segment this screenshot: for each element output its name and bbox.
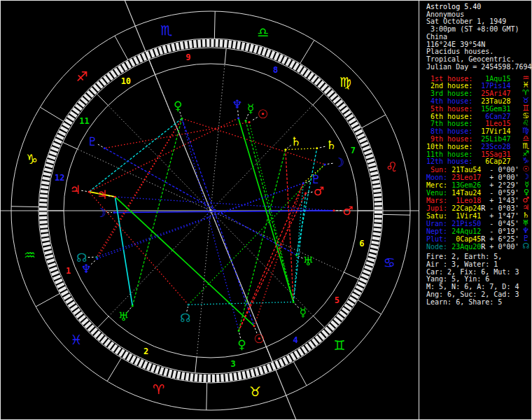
outer-pluto-icon: ♇ xyxy=(87,134,97,148)
outer-venus-icon: ♀ xyxy=(237,337,246,351)
header-line: Tropical, Geocentric. xyxy=(426,56,514,64)
house-row: 5th house: 15Gem31♊ xyxy=(426,105,530,113)
planet-row: Merc: 13Gem26 + 2°29'☿ xyxy=(426,181,530,189)
planet-row: Node: 23Aqu20R + 0°00'☊ xyxy=(426,243,530,251)
house-row: 8th house: 17Vir14♍ xyxy=(426,127,530,135)
planet-row: Satu: 1Vir41 + 1°47'♄ xyxy=(426,212,530,220)
header-line: China xyxy=(426,34,447,41)
planet-pointer-lines xyxy=(81,111,342,338)
house-row: 4th house: 23Tau28♉ xyxy=(426,97,530,105)
planet-row: Nept: 24Aqu12 - 0°19'♆ xyxy=(426,227,530,235)
inner-node-icon: ☊ xyxy=(180,311,190,325)
outer-mercury-icon: ☿ xyxy=(299,305,306,319)
house-row: 6th house: 6Can27♋ xyxy=(426,113,530,120)
planet-row: Uran: 21Pis50 - 0°45'♅ xyxy=(426,220,530,227)
chart-area: ♈♉♊♋♌♍♎♏♐♑♒♓ 123456789101112 ☉☽☿♀♂♃♄♅♆♇☊… xyxy=(1,1,419,419)
outer-jupiter-icon: ♃ xyxy=(70,183,80,197)
inner-moon-icon: ☽ xyxy=(95,206,106,220)
sagittarius-sign-icon: ♐ xyxy=(76,69,88,84)
planet-row: Plut: 0Cap45R + 6°25'♇ xyxy=(426,235,530,243)
house-row: 2nd house: 17Pis14♓ xyxy=(426,82,530,90)
inner-venus-icon: ♀ xyxy=(174,99,182,113)
house-number-11: 11 xyxy=(79,116,89,126)
leo-sign-icon: ♌ xyxy=(386,159,398,174)
outer-sun-icon: ☉ xyxy=(253,332,264,346)
cancer-sign-icon: ♋ xyxy=(384,255,396,270)
planet-row: Venu: 14Tau24 - 0°59'♀ xyxy=(426,189,530,197)
planet-row: Sun: 21Tau54 - 0°00'☉ xyxy=(426,166,530,174)
header-line: Julian Day = 2454598.7694 xyxy=(426,64,532,71)
aquarius-sign-icon: ♒ xyxy=(24,247,36,262)
astrolog-window: ♈♉♊♋♌♍♎♏♐♑♒♓ 123456789101112 ☉☽☿♀♂♃♄♅♆♇☊… xyxy=(0,0,532,420)
house-number-10: 10 xyxy=(121,76,131,86)
planet-row: Jupi: 22Cap24R - 0°03'♃ xyxy=(426,204,530,212)
inner-pluto-icon: ♇ xyxy=(311,172,321,186)
house-row: 7th house: 1Leo15♌ xyxy=(426,120,530,127)
planet-icon: ☊ xyxy=(522,241,529,251)
libra-sign-icon: ♎ xyxy=(257,24,269,40)
planet-row: Mars: 1Leo18 + 1°43'♂ xyxy=(426,197,530,204)
gemini-sign-icon: ♊ xyxy=(333,337,345,353)
house-row: 9th house: 25Lib47♎ xyxy=(426,135,530,143)
house-row: 12th house: 6Cap27♑ xyxy=(426,158,530,165)
outer-moon-icon: ☽ xyxy=(334,155,344,169)
pisces-sign-icon: ♓ xyxy=(70,332,82,347)
house-row: 1st house: 1Aqu15♒ xyxy=(426,75,530,83)
inner-saturn-icon: ♄ xyxy=(290,134,301,148)
virgo-sign-icon: ♍ xyxy=(340,74,351,90)
house-number-4: 4 xyxy=(293,335,298,345)
outer-node-icon: ☊ xyxy=(76,251,87,265)
house-number-1: 1 xyxy=(66,266,71,276)
info-panel: Astrolog 5.40AnonymousSat October 1, 194… xyxy=(419,1,532,419)
inner-sun-icon: ☉ xyxy=(258,107,268,121)
inner-uranus-icon: ♅ xyxy=(303,254,314,268)
outer-mars-icon: ♂ xyxy=(342,204,353,218)
house-row: 3rd house: 25Ari47♈ xyxy=(426,90,530,97)
stats-line: Air : 3, Water: 1 xyxy=(426,261,498,269)
house-number-3: 3 xyxy=(231,359,236,369)
taurus-sign-icon: ♉ xyxy=(249,384,261,399)
inner-jupiter-icon: ♃ xyxy=(97,188,107,202)
outer-saturn-icon: ♄ xyxy=(326,138,337,152)
house-row: 10th house: 23Sco28♏ xyxy=(426,143,530,150)
house-number-5: 5 xyxy=(335,295,340,305)
inner-neptune-icon: ♆ xyxy=(232,97,242,111)
house-number-6: 6 xyxy=(359,239,364,248)
stats-line: Learn: 6, Share: 5 xyxy=(426,299,502,307)
capricorn-sign-icon: ♑ xyxy=(26,151,38,167)
inner-mercury-icon: ☿ xyxy=(247,102,254,115)
house-number-8: 8 xyxy=(273,65,278,75)
house-number-7: 7 xyxy=(351,146,356,155)
aries-sign-icon: ♈ xyxy=(153,382,164,397)
planet-row: Moon: 23Leo17 + 0°00'☽ xyxy=(426,174,530,181)
house-number-2: 2 xyxy=(144,346,148,356)
chart-wheel: ♈♉♊♋♌♍♎♏♐♑♒♓ 123456789101112 ☉☽☿♀♂♃♄♅♆♇☊… xyxy=(1,1,419,419)
house-number-12: 12 xyxy=(55,173,64,183)
house-row: 11th house: 15Sag31♐ xyxy=(426,150,530,158)
outer-uranus-icon: ♅ xyxy=(118,309,129,323)
scorpio-sign-icon: ♏ xyxy=(160,22,172,38)
house-number-9: 9 xyxy=(186,52,190,62)
